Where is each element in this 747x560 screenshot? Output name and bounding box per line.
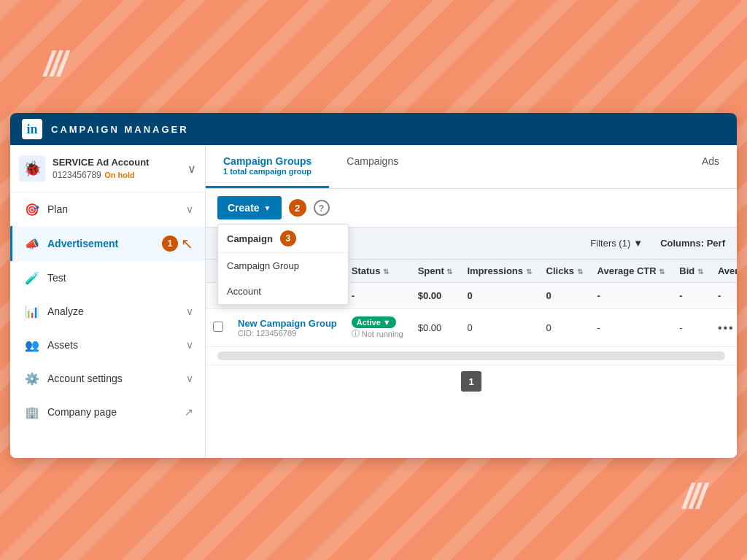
sidebar-item-advertisement[interactable]: 📣 Advertisement 1 ↖ [10, 226, 205, 261]
col-impressions: Impressions ⇅ [460, 260, 538, 283]
row-bid: - [672, 283, 711, 309]
scroll-bar[interactable] [217, 351, 725, 360]
row-checkbox-cell[interactable] [206, 309, 231, 347]
assets-chevron-icon: ∨ [186, 339, 193, 351]
sidebar: 🐞 SERVICE Ad Account 0123456789 On hold … [10, 145, 206, 458]
status-dropdown-icon: ▼ [383, 318, 391, 327]
col-status: Status ⇅ [344, 260, 411, 283]
row-checkbox[interactable] [213, 322, 223, 332]
plan-chevron-icon: ∨ [186, 203, 193, 215]
row-clicks: 0 [539, 283, 590, 309]
col-avg-ctr: Average CTR ⇅ [590, 260, 673, 283]
tab-ads[interactable]: Ads [684, 145, 737, 188]
logo-mark-bottom: /// [683, 476, 703, 516]
sidebar-item-account-settings[interactable]: ⚙️ Account settings ∨ [10, 362, 205, 395]
help-icon[interactable]: ? [314, 200, 330, 216]
dropdown-header: Campaign 3 [218, 225, 348, 253]
nav-title: CAMPAIGN MANAGER [51, 124, 189, 135]
external-link-icon: ↗ [185, 406, 193, 418]
filters-button[interactable]: Filters (1) ▼ [590, 238, 643, 249]
row-avg-ctr: - [590, 309, 673, 347]
sidebar-item-assets[interactable]: 👥 Assets ∨ [10, 328, 205, 362]
status-badge: Active ▼ [352, 316, 396, 328]
sidebar-item-label: Company page [47, 406, 185, 418]
row-name-cell: New Campaign Group CID: 123456789 [231, 309, 344, 347]
sidebar-item-test[interactable]: 🧪 Test [10, 261, 205, 295]
account-status: On hold [104, 171, 135, 179]
col-bid: Bid ⇅ [672, 260, 711, 283]
content-area: 🐞 SERVICE Ad Account 0123456789 On hold … [10, 145, 737, 458]
row-clicks: 0 [539, 309, 590, 347]
sidebar-item-label: Analyze [47, 306, 186, 317]
table-row: New Campaign Group CID: 123456789 Active… [206, 309, 737, 347]
linkedin-logo: in [22, 119, 42, 139]
sidebar-item-company-page[interactable]: 🏢 Company page ↗ [10, 395, 205, 429]
create-dropdown-container: Create ▼ Campaign 3 Campaign Group [217, 196, 282, 219]
account-selector[interactable]: 🐞 SERVICE Ad Account 0123456789 On hold … [10, 145, 205, 192]
row-actions-icon[interactable]: ••• [718, 322, 735, 334]
cursor-arrow-icon: ↖ [181, 235, 193, 252]
logo-mark-top: /// [44, 44, 64, 84]
col-aver: Aver [711, 260, 737, 283]
sidebar-item-label: Advertisement [47, 238, 159, 249]
not-running-label: ⓘ Not running [352, 328, 403, 339]
row-status-cell: Active ▼ ⓘ Not running [344, 309, 411, 347]
filter-dropdown-icon: ▼ [633, 238, 643, 249]
dropdown-item-campaign-group[interactable]: Campaign Group [218, 253, 348, 279]
row-impressions: 0 [460, 309, 538, 347]
account-chevron-icon: ∨ [187, 162, 196, 176]
sidebar-item-label: Assets [47, 339, 186, 351]
columns-label: Columns: Perf [660, 238, 725, 249]
row-aver: ••• [711, 309, 737, 347]
analyze-chevron-icon: ∨ [186, 306, 193, 317]
col-clicks: Clicks ⇅ [539, 260, 590, 283]
settings-icon: ⚙️ [24, 370, 40, 386]
sidebar-item-label: Plan [47, 203, 186, 215]
row-status: - [344, 283, 411, 309]
account-info: SERVICE Ad Account 0123456789 On hold [53, 157, 187, 181]
top-nav: in CAMPAIGN MANAGER [10, 113, 737, 145]
sidebar-item-label: Account settings [47, 373, 186, 384]
tab-campaigns[interactable]: Campaigns [329, 145, 416, 188]
pagination: 1 [206, 365, 737, 397]
step-2-badge: 2 [289, 199, 306, 217]
settings-chevron-icon: ∨ [186, 373, 193, 384]
sidebar-item-analyze[interactable]: 📊 Analyze ∨ [10, 295, 205, 328]
company-page-icon: 🏢 [24, 404, 40, 420]
create-dropdown-arrow-icon: ▼ [264, 204, 271, 212]
tab-campaign-groups[interactable]: Campaign Groups 1 total campaign group [206, 145, 329, 188]
account-name: SERVICE Ad Account [53, 157, 187, 168]
page-number[interactable]: 1 [461, 371, 481, 392]
account-id: 0123456789 [53, 170, 101, 180]
step-1-badge: 1 [162, 236, 178, 252]
circle-icon: ⓘ [352, 328, 360, 339]
sidebar-item-plan[interactable]: 🎯 Plan ∨ [10, 192, 205, 226]
main-panel: Campaign Groups 1 total campaign group C… [206, 145, 737, 458]
assets-icon: 👥 [24, 337, 40, 353]
row-impressions: 0 [460, 283, 538, 309]
col-spent: Spent ⇅ [411, 260, 460, 283]
row-spent: $0.00 [411, 309, 460, 347]
account-avatar: 🐞 [19, 155, 45, 182]
analyze-icon: 📊 [24, 303, 40, 319]
plan-icon: 🎯 [24, 201, 40, 217]
sidebar-item-label: Test [47, 272, 193, 284]
step-3-badge: 3 [280, 230, 296, 246]
campaign-name-link[interactable]: New Campaign Group [238, 318, 337, 329]
tab-bar: Campaign Groups 1 total campaign group C… [206, 145, 737, 189]
main-card: in CAMPAIGN MANAGER 🐞 SERVICE Ad Account… [10, 113, 737, 458]
test-icon: 🧪 [24, 270, 40, 286]
campaign-cid: CID: 123456789 [238, 329, 337, 338]
advertisement-icon: 📣 [24, 236, 40, 252]
row-bid: - [672, 309, 711, 347]
create-button[interactable]: Create ▼ [217, 196, 282, 219]
create-dropdown-menu: Campaign 3 Campaign Group Account [217, 224, 349, 305]
row-avg-ctr: - [590, 283, 673, 309]
row-aver: - [711, 283, 737, 309]
tab-subtitle: 1 total campaign group [223, 167, 311, 176]
dropdown-item-account[interactable]: Account [218, 279, 348, 304]
toolbar: Create ▼ Campaign 3 Campaign Group [206, 189, 737, 228]
row-spent: $0.00 [411, 283, 460, 309]
